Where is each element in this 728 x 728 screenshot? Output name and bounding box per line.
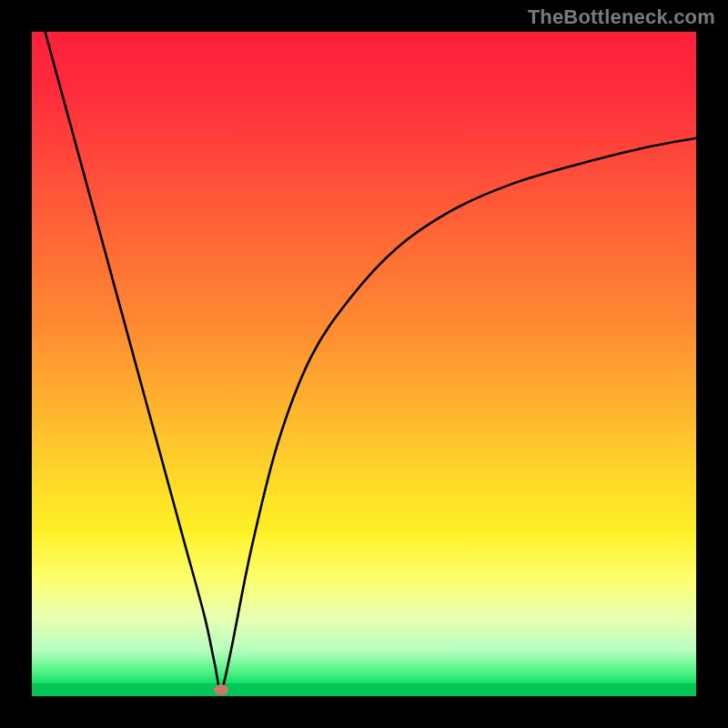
bottleneck-curve xyxy=(32,32,696,696)
minimum-marker xyxy=(214,684,228,695)
chart-frame: TheBottleneck.com xyxy=(0,0,728,728)
plot-area xyxy=(32,32,696,696)
watermark-text: TheBottleneck.com xyxy=(528,5,715,29)
